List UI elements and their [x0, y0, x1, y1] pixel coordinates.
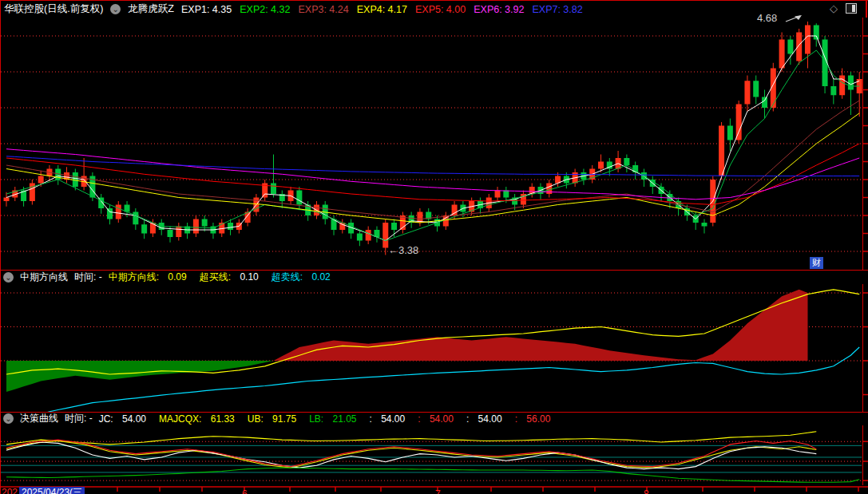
exp-indicator: EXP6: 3.92 [474, 4, 524, 15]
indicator-set-name: 龙腾虎跃Z [128, 2, 174, 16]
panel3-field: : 54.00 [370, 413, 412, 425]
title-bar: 华联控股(日线.前复权) ⌄ 龙腾虎跃Z EXP1: 4.35EXP2: 4.3… [0, 1, 868, 18]
exp-indicator: EXP7: 3.82 [532, 4, 582, 15]
diamond-icon[interactable]: ◇ [830, 3, 838, 14]
panel3-field: : 56.00 [515, 413, 557, 425]
panel3-field: : 54.00 [418, 413, 460, 425]
exp-indicator: EXP1: 4.35 [181, 4, 232, 15]
high-arrow-icon [784, 11, 805, 26]
panel3-field: : 54.00 [466, 413, 509, 425]
main-candlestick-chart[interactable] [0, 18, 868, 270]
panel3-time: 时间: - [65, 412, 93, 425]
decision-curve-chart[interactable] [0, 425, 868, 485]
exp-indicator: EXP4: 4.17 [357, 4, 407, 15]
high-price-label: 4.68 [757, 12, 777, 24]
stock-title: 华联控股(日线.前复权) [4, 2, 103, 16]
panel2-field: 中期方向线: 0.09 [109, 271, 193, 283]
exp-indicator: EXP3: 4.24 [298, 4, 348, 15]
panel2-field: 超卖线: 0.02 [271, 271, 337, 283]
panel3-field: JC: 54.00 [99, 413, 153, 425]
titlebar-tools: ◇ [830, 3, 857, 14]
exp-indicator: EXP2: 4.32 [240, 4, 290, 15]
panel3-collapse-icon[interactable]: ⌄ [3, 413, 14, 424]
panel2-title: 中期方向线 [20, 271, 68, 284]
panel2-time: 时间: - [74, 271, 102, 284]
panel2-values: 中期方向线: 0.09超买线: 0.10超卖线: 0.02 [109, 271, 343, 284]
cai-watermark-button[interactable]: 财 [810, 257, 823, 269]
axis-month-label: 6 [242, 488, 248, 494]
panel3-field: MAJCQX: 61.33 [159, 413, 241, 425]
axis-month-label: 7 [435, 488, 441, 494]
axis-month-label: 8 [644, 488, 649, 494]
panel2-collapse-icon[interactable]: ⌄ [3, 272, 14, 283]
panel3-values: JC: 54.00MAJCQX: 61.33UB: 91.75LB: 21.05… [99, 413, 564, 425]
exp-indicator: EXP5: 4.00 [415, 4, 466, 15]
panel2-header: ⌄ 中期方向线 时间: - 中期方向线: 0.09超买线: 0.10超卖线: 0… [0, 271, 868, 283]
exp-indicator-values: EXP1: 4.35EXP2: 4.32EXP3: 4.24EXP4: 4.17… [181, 4, 591, 15]
time-axis[interactable]: 678 [0, 485, 868, 494]
panel2-field: 超买线: 0.10 [200, 271, 265, 283]
panel3-field: UB: 91.75 [248, 413, 303, 425]
chevron-circle-icon[interactable]: ⌄ [110, 4, 121, 14]
panel3-header: ⌄ 决策曲线 时间: - JC: 54.00MAJCQX: 61.33UB: 9… [0, 413, 868, 425]
window-layout-icon[interactable] [846, 3, 857, 14]
axis-date-label: 2025/04/23(三 [19, 487, 85, 494]
axis-partial-date: 202 [2, 487, 18, 494]
low-price-label: ←3.38 [388, 244, 418, 256]
panel3-title: 决策曲线 [20, 412, 58, 425]
panel3-field: LB: 21.05 [309, 413, 363, 425]
midterm-direction-chart[interactable] [0, 284, 868, 412]
